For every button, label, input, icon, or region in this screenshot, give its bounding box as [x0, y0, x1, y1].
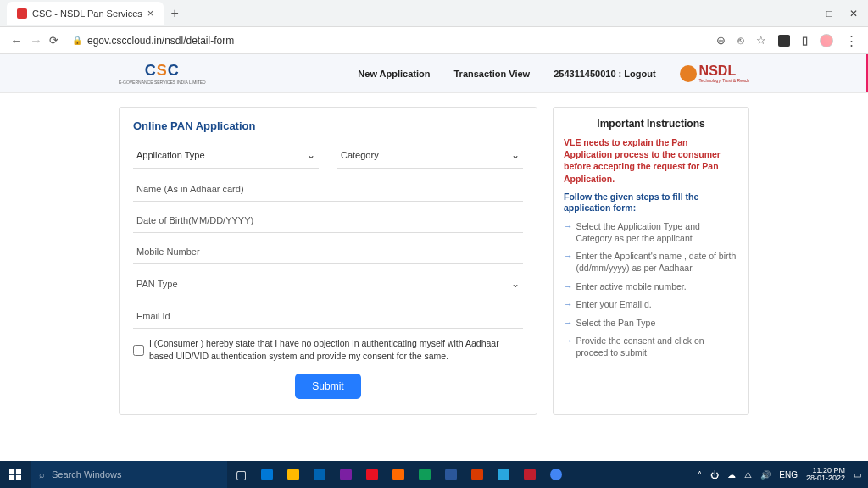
- share-icon[interactable]: ⎋: [737, 34, 744, 47]
- name-input[interactable]: Name (As in Adhaar card): [133, 175, 523, 202]
- instructions-title: Important Instructions: [564, 118, 738, 130]
- tablist-icon[interactable]: ▯: [802, 34, 808, 47]
- instructions-subtitle: Follow the given steps to fill the appli…: [564, 191, 738, 214]
- arrow-right-icon: →: [564, 318, 573, 330]
- taskbar-app-icon[interactable]: [281, 461, 305, 488]
- svg-rect-3: [16, 475, 21, 480]
- taskbar-app-icon[interactable]: [518, 461, 542, 488]
- submit-button[interactable]: Submit: [295, 374, 360, 399]
- profile-avatar[interactable]: [820, 34, 833, 47]
- taskbar-app-icon[interactable]: [492, 461, 515, 488]
- new-tab-button[interactable]: +: [164, 6, 185, 21]
- lock-icon: 🔒: [72, 36, 82, 45]
- csc-logo: CSC E-GOVERNANCE SERVICES INDIA LIMITED: [119, 62, 206, 85]
- tab-favicon: [17, 8, 27, 19]
- svg-rect-2: [9, 475, 14, 480]
- step-item: →Enter active mobile number.: [564, 281, 738, 293]
- tray-wifi-icon[interactable]: ⚠: [744, 470, 752, 480]
- system-tray: ˄ ⏻ ☁ ⚠ 🔊 ENG 11:20 PM 28-01-2022 ▭: [698, 467, 868, 482]
- address-bar[interactable]: 🔒 egov.csccloud.in/nsdl/detail-form: [65, 35, 709, 47]
- nsdl-logo: NSDLTechnology, Trust & Reach: [680, 64, 749, 83]
- window-maximize-icon[interactable]: □: [826, 8, 832, 19]
- taskbar-search[interactable]: ⌕ Search Windows: [31, 461, 227, 488]
- forward-icon[interactable]: →: [30, 33, 42, 47]
- menu-icon[interactable]: ⋮: [845, 33, 858, 48]
- browser-tab[interactable]: CSC - NSDL Pan Services ×: [7, 2, 164, 25]
- instructions-panel: Important Instructions VLE needs to expl…: [553, 107, 749, 415]
- dob-input[interactable]: Date of Birth(MM/DD/YYYY): [133, 207, 523, 233]
- chevron-down-icon: ⌄: [307, 149, 315, 161]
- category-select[interactable]: Category ⌄: [337, 144, 523, 169]
- task-view-icon[interactable]: ▢: [229, 461, 253, 488]
- nav-new-application[interactable]: New Application: [358, 69, 430, 79]
- back-icon[interactable]: ←: [10, 33, 23, 47]
- reload-icon[interactable]: ⟳: [49, 34, 58, 47]
- window-minimize-icon[interactable]: —: [799, 8, 810, 19]
- tab-title: CSC - NSDL Pan Services: [32, 8, 142, 19]
- application-type-label: Application Type: [136, 150, 205, 160]
- taskbar-app-icon[interactable]: [308, 461, 331, 488]
- zoom-icon[interactable]: ⊕: [716, 34, 726, 47]
- site-header: CSC E-GOVERNANCE SERVICES INDIA LIMITED …: [0, 54, 868, 93]
- step-item: →Provide the consent and click on procee…: [564, 336, 738, 358]
- arrow-right-icon: →: [564, 281, 573, 293]
- svg-rect-1: [16, 469, 21, 474]
- step-item: →Enter your EmailId.: [564, 299, 738, 311]
- star-icon[interactable]: ☆: [756, 34, 766, 47]
- browser-tab-strip: CSC - NSDL Pan Services × + — □ ✕: [0, 0, 868, 27]
- tab-close-icon[interactable]: ×: [147, 7, 154, 19]
- svg-rect-0: [9, 469, 14, 474]
- nav-logout[interactable]: 254311450010 : Logout: [554, 69, 655, 79]
- arrow-right-icon: →: [564, 336, 573, 358]
- taskbar-app-icon[interactable]: [360, 461, 384, 488]
- form-title: Online PAN Application: [133, 119, 523, 132]
- taskbar-app-icon[interactable]: [413, 461, 437, 488]
- pan-type-select[interactable]: PAN Type ⌄: [133, 269, 523, 297]
- consent-text: I (Consumer ) hereby state that I have n…: [149, 337, 523, 362]
- instructions-warning: VLE needs to explain the Pan Application…: [564, 136, 738, 185]
- consent-row[interactable]: I (Consumer ) hereby state that I have n…: [133, 337, 523, 362]
- tray-volume-icon[interactable]: 🔊: [760, 470, 771, 480]
- arrow-right-icon: →: [564, 221, 573, 244]
- browser-toolbar: ← → ⟳ 🔒 egov.csccloud.in/nsdl/detail-for…: [0, 27, 868, 54]
- taskbar-app-icon[interactable]: [387, 461, 410, 488]
- arrow-right-icon: →: [564, 299, 573, 311]
- chevron-down-icon: ⌄: [511, 278, 520, 290]
- step-item: →Enter the Applicant's name , date of bi…: [564, 251, 738, 274]
- taskbar-app-icon[interactable]: [255, 461, 279, 488]
- search-icon: ⌕: [39, 469, 45, 480]
- nav-transaction-view[interactable]: Transaction View: [453, 69, 530, 79]
- email-input[interactable]: Email Id: [133, 302, 523, 329]
- start-button[interactable]: [0, 469, 31, 480]
- tray-notifications-icon[interactable]: ▭: [854, 470, 861, 480]
- tray-battery-icon[interactable]: ⏻: [710, 470, 719, 480]
- taskbar-app-icon[interactable]: [439, 461, 463, 488]
- tray-language[interactable]: ENG: [779, 470, 798, 480]
- taskbar-app-icon[interactable]: [465, 461, 489, 488]
- pan-form-panel: Online PAN Application Application Type …: [119, 107, 537, 415]
- consent-checkbox[interactable]: [133, 339, 144, 362]
- category-label: Category: [341, 150, 379, 160]
- tray-clock[interactable]: 11:20 PM 28-01-2022: [806, 467, 845, 482]
- taskbar-app-icon[interactable]: [544, 461, 568, 488]
- mobile-input[interactable]: Mobile Number: [133, 238, 523, 264]
- page-content: CSC E-GOVERNANCE SERVICES INDIA LIMITED …: [0, 54, 868, 447]
- windows-taskbar: ⌕ Search Windows ▢ ˄ ⏻ ☁ ⚠ 🔊 ENG 11:20 P…: [0, 461, 868, 488]
- tray-onedrive-icon[interactable]: ☁: [727, 470, 736, 480]
- url-text: egov.csccloud.in/nsdl/detail-form: [87, 35, 234, 47]
- arrow-right-icon: →: [564, 251, 573, 274]
- taskbar-app-icon[interactable]: [334, 461, 358, 488]
- window-close-icon[interactable]: ✕: [849, 8, 858, 19]
- tray-chevron-up-icon[interactable]: ˄: [698, 470, 702, 480]
- step-item: →Select the Application Type and Categor…: [564, 221, 738, 244]
- application-type-select[interactable]: Application Type ⌄: [133, 144, 319, 169]
- chevron-down-icon: ⌄: [511, 149, 520, 161]
- pan-type-label: PAN Type: [136, 279, 178, 289]
- step-item: →Select the Pan Type: [564, 318, 738, 330]
- search-placeholder: Search Windows: [52, 469, 122, 480]
- extension-icon[interactable]: [778, 35, 790, 47]
